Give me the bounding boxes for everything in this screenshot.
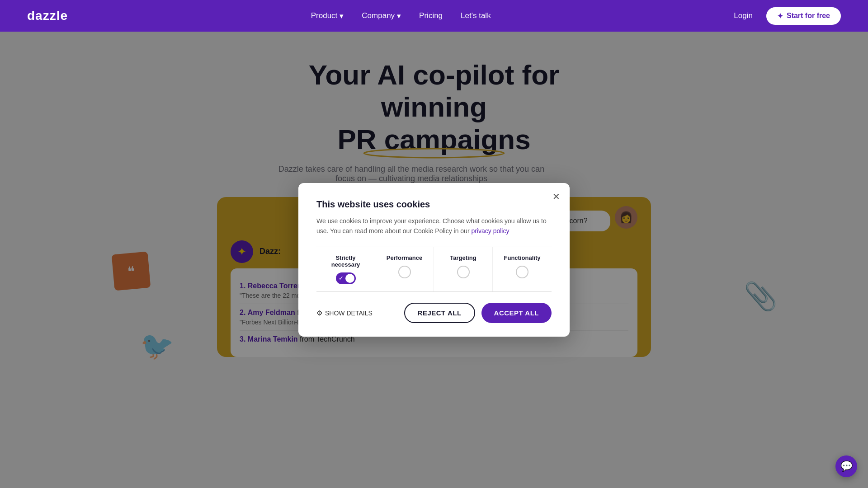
privacy-policy-link[interactable]: privacy policy [471, 227, 509, 235]
nav-links: Product ▾ Company ▾ Pricing Let's talk [311, 11, 491, 21]
toggle-targeting: Targeting [434, 247, 493, 291]
toggle-strictly-necessary-switch[interactable]: ✓ [336, 272, 356, 284]
chevron-down-icon: ▾ [397, 11, 401, 21]
cookie-actions: ⚙ SHOW DETAILS REJECT ALL ACCEPT ALL [316, 303, 552, 323]
navbar: dazzle Product ▾ Company ▾ Pricing Let's… [0, 0, 868, 32]
cookie-modal: ✕ This website uses cookies We use cooki… [298, 183, 570, 337]
toggle-functionality-label: Functionality [504, 254, 541, 261]
check-icon: ✓ [339, 275, 344, 282]
login-link[interactable]: Login [734, 11, 753, 20]
reject-all-button[interactable]: REJECT ALL [404, 303, 475, 323]
toggle-functionality-switch[interactable] [516, 266, 528, 278]
toggle-targeting-switch[interactable] [457, 266, 470, 278]
toggle-strictly-necessary: Strictly necessary ✓ [316, 247, 375, 291]
logo[interactable]: dazzle [27, 9, 68, 23]
toggle-performance: Performance [375, 247, 434, 291]
toggle-functionality: Functionality [493, 247, 552, 291]
nav-product[interactable]: Product ▾ [311, 11, 344, 21]
support-chat-button[interactable]: 💬 [835, 455, 857, 477]
start-for-free-button[interactable]: ✦ Start for free [766, 7, 841, 25]
gear-icon: ⚙ [316, 309, 322, 317]
nav-right: Login ✦ Start for free [734, 7, 841, 25]
toggle-performance-switch[interactable] [398, 266, 411, 278]
nav-lets-talk[interactable]: Let's talk [461, 11, 491, 20]
cookie-description: We use cookies to improve your experienc… [316, 216, 552, 236]
show-details-button[interactable]: ⚙ SHOW DETAILS [316, 309, 373, 317]
sparkle-icon: ✦ [777, 12, 783, 20]
accept-all-button[interactable]: ACCEPT ALL [481, 303, 552, 323]
toggle-performance-label: Performance [387, 254, 422, 261]
cookie-overlay: ✕ This website uses cookies We use cooki… [0, 32, 868, 488]
page-content: Your AI co-pilot for winning PR campaign… [0, 32, 868, 488]
nav-company[interactable]: Company ▾ [362, 11, 401, 21]
chevron-down-icon: ▾ [340, 11, 344, 21]
nav-pricing[interactable]: Pricing [419, 11, 443, 20]
toggle-targeting-label: Targeting [450, 254, 476, 261]
cookie-toggles: Strictly necessary ✓ Performance Targeti… [316, 247, 552, 292]
action-buttons: REJECT ALL ACCEPT ALL [404, 303, 552, 323]
toggle-strictly-necessary-label: Strictly necessary [321, 254, 370, 268]
cookie-close-button[interactable]: ✕ [549, 189, 563, 204]
cookie-title: This website uses cookies [316, 199, 552, 210]
